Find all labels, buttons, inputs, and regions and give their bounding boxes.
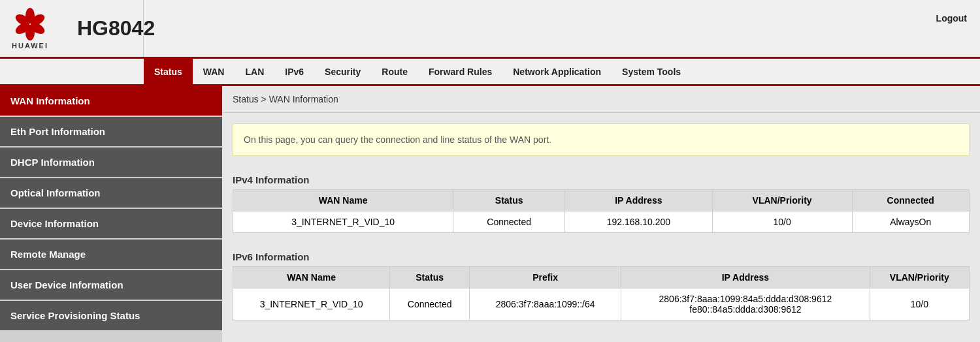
nav-wan[interactable]: WAN (193, 59, 235, 84)
ipv4-row-status: Connected (453, 211, 565, 233)
sidebar-item-remote-manage[interactable]: Remote Manage (0, 240, 222, 270)
ipv4-row-connected: AlwaysOn (852, 211, 969, 233)
header: HUAWEI HG8042 Logout (0, 0, 980, 59)
nav-security[interactable]: Security (314, 59, 371, 84)
ipv6-col-prefix: Prefix (470, 267, 621, 288)
sidebar-item-dhcp-information[interactable]: DHCP Information (0, 148, 222, 178)
ipv6-col-vlan-priority: VLAN/Priority (870, 267, 969, 288)
main-layout: WAN Information Eth Port Information DHC… (0, 86, 980, 342)
logout-button[interactable]: Logout (936, 13, 967, 23)
ipv4-row-ip-address: 192.168.10.200 (565, 211, 713, 233)
ipv4-section-title: IPv4 Information (222, 166, 980, 189)
ipv6-row-ip-address: 2806:3f7:8aaa:1099:84a5:ddda:d308:9612 f… (621, 288, 870, 320)
sidebar-item-service-provisioning-status[interactable]: Service Provisioning Status (0, 301, 222, 332)
info-message: On this page, you can query the connecti… (233, 123, 970, 156)
nav-ipv6[interactable]: IPv6 (274, 59, 314, 84)
breadcrumb: Status > WAN Information (222, 86, 980, 113)
ipv4-row-wan-name: 3_INTERNET_R_VID_10 (233, 211, 453, 233)
content-area: Status > WAN Information On this page, y… (222, 86, 980, 342)
sidebar-item-eth-port-information[interactable]: Eth Port Information (0, 117, 222, 148)
huawei-logo-icon (10, 8, 50, 40)
sidebar-item-user-device-information[interactable]: User Device Information (0, 270, 222, 301)
nav-forward-rules[interactable]: Forward Rules (418, 59, 502, 84)
ipv4-table: WAN Name Status IP Address VLAN/Priority… (233, 189, 970, 233)
nav-network-application[interactable]: Network Application (502, 59, 612, 84)
nav-lan[interactable]: LAN (235, 59, 274, 84)
nav-bar: Status WAN LAN IPv6 Security Route Forwa… (0, 59, 980, 86)
ipv6-ip-line1: 2806:3f7:8aaa:1099:84a5:ddda:d308:9612 (629, 294, 861, 304)
ipv4-row-vlan-priority: 10/0 (712, 211, 852, 233)
huawei-logo: HUAWEI (10, 8, 50, 50)
ipv4-col-connected: Connected (852, 190, 969, 211)
ipv6-table: WAN Name Status Prefix IP Address VLAN/P… (233, 266, 970, 320)
sidebar-item-device-information[interactable]: Device Information (0, 209, 222, 240)
ipv4-col-ip-address: IP Address (565, 190, 713, 211)
ipv6-col-wan-name: WAN Name (233, 267, 390, 288)
ipv6-row-wan-name: 3_INTERNET_R_VID_10 (233, 288, 390, 320)
table-row: 3_INTERNET_R_VID_10 Connected 2806:3f7:8… (233, 288, 970, 320)
ipv6-row-prefix: 2806:3f7:8aaa:1099::/64 (470, 288, 621, 320)
device-model: HG8042 (77, 16, 155, 40)
ipv6-row-status: Connected (390, 288, 470, 320)
brand-name: HUAWEI (12, 42, 48, 50)
logo-area: HUAWEI HG8042 (0, 0, 144, 57)
ipv6-row-vlan-priority: 10/0 (870, 288, 969, 320)
nav-route[interactable]: Route (371, 59, 418, 84)
ipv4-col-wan-name: WAN Name (233, 190, 453, 211)
ipv6-section-title: IPv6 Information (222, 243, 980, 266)
ipv6-col-ip-address: IP Address (621, 267, 870, 288)
ipv6-ip-line2: fe80::84a5:ddda:d308:9612 (629, 304, 861, 315)
ipv4-col-vlan-priority: VLAN/Priority (712, 190, 852, 211)
ipv6-col-status: Status (390, 267, 470, 288)
nav-system-tools[interactable]: System Tools (612, 59, 691, 84)
sidebar: WAN Information Eth Port Information DHC… (0, 86, 222, 342)
ipv4-col-status: Status (453, 190, 565, 211)
nav-status[interactable]: Status (144, 59, 193, 84)
sidebar-item-wan-information[interactable]: WAN Information (0, 86, 222, 117)
table-row: 3_INTERNET_R_VID_10 Connected 192.168.10… (233, 211, 970, 233)
sidebar-item-optical-information[interactable]: Optical Information (0, 178, 222, 209)
